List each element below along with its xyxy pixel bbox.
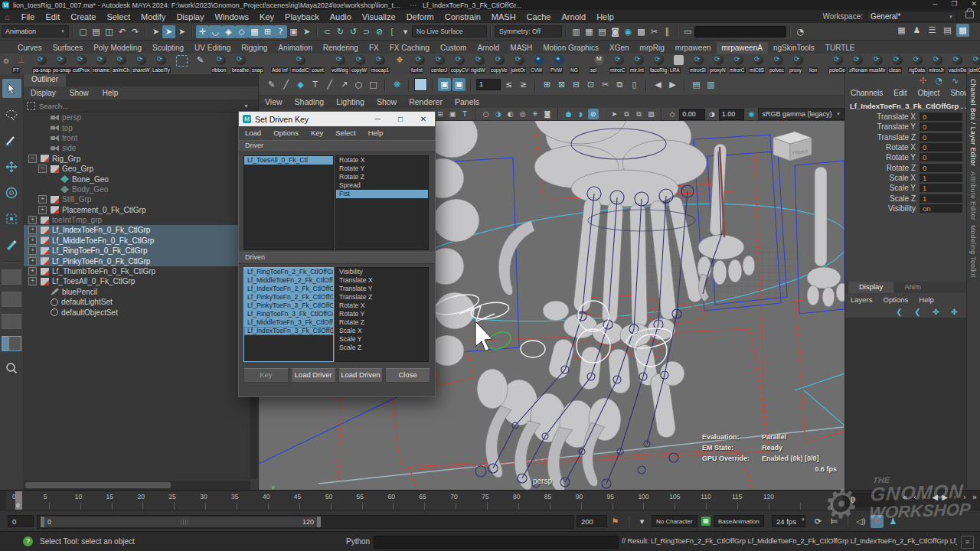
tab-channel-box-layer-editor[interactable]: Channel Box / Layer Editor xyxy=(969,79,977,167)
shelf-item[interactable] xyxy=(172,54,191,74)
driven-attr-scale-x[interactable]: Scale X xyxy=(336,327,428,335)
gp-prev-frame-icon[interactable]: ◀ xyxy=(652,78,665,91)
driven-object-lf-indextoefn-3-fk-ctloffgrp[interactable]: Lf_IndexToeFn_3_Fk_CtlOffGrp xyxy=(244,327,333,335)
menu-constrain[interactable]: Constrain xyxy=(439,12,486,21)
gamma-field[interactable]: 1.00 xyxy=(719,109,745,120)
vp-lock-camera-icon[interactable]: ▣ xyxy=(447,109,458,119)
channel-value-translate-y[interactable]: 0 xyxy=(920,122,962,131)
vp-film-gate-icon[interactable]: ◑ xyxy=(493,109,504,119)
shelf-item-furint[interactable]: furInt xyxy=(410,54,430,74)
shelf-item-sharew[interactable]: shareW xyxy=(132,54,152,74)
gp-arrow-icon[interactable]: ↗ xyxy=(338,78,351,91)
shelf-item-polvec[interactable]: polvec xyxy=(769,54,789,74)
command-language-label[interactable]: Python xyxy=(346,537,370,546)
clamp-icon[interactable]: ⊨ xyxy=(828,515,841,528)
shelf-item-modelc[interactable]: modelC xyxy=(291,54,311,74)
shelf-tab-mrpaween[interactable]: mrpaween xyxy=(670,42,717,54)
rename-icon[interactable]: ▭ xyxy=(681,25,694,38)
menu-options[interactable]: Options xyxy=(267,129,305,137)
restore-button[interactable]: ❐ xyxy=(951,0,957,8)
driver-attr-spread[interactable]: Spread xyxy=(336,181,428,190)
driver-attributes-list[interactable]: Rotate XRotate YRotate ZSpreadFist xyxy=(335,155,429,250)
shelf-item-zrenam[interactable]: zRenam xyxy=(848,54,868,74)
channel-value-scale-z[interactable]: 1 xyxy=(920,194,962,203)
menu-key[interactable]: Key xyxy=(305,129,329,137)
driven-attr-translate-z[interactable]: Translate Z xyxy=(336,293,428,302)
go-to-end-button[interactable]: » xyxy=(970,493,979,501)
character-set-select[interactable]: No Character Set xyxy=(652,515,697,527)
title-bar[interactable]: M lion_toesRig_001_007.ma* - Autodesk MA… xyxy=(0,0,980,10)
tab-attribute-editor[interactable]: Attribute Editor xyxy=(969,171,977,220)
driven-attr-rotate-x[interactable]: Rotate X xyxy=(336,302,428,310)
shelf-item-copycv[interactable]: copyCV xyxy=(450,54,470,74)
layout-four-pane-button[interactable] xyxy=(2,292,21,307)
move-layer-down-icon[interactable]: ❮ xyxy=(911,305,924,318)
grease-pencil-tool-button[interactable] xyxy=(2,235,21,254)
channel-value-translate-x[interactable]: 0 xyxy=(920,112,962,121)
gp-ghost-prev-icon[interactable]: ▣ xyxy=(438,78,451,91)
gp-color-swatch[interactable] xyxy=(414,78,427,91)
gp-next-frame-icon[interactable]: ▶ xyxy=(666,78,679,91)
script-editor-toggle-icon[interactable]: ≡ xyxy=(961,536,974,549)
outliner-item-front[interactable]: +front xyxy=(24,133,250,143)
shelf-item-proxyn[interactable]: proxyN xyxy=(709,54,729,74)
load-driver-button[interactable]: Load Driver xyxy=(291,368,336,383)
shelf-item-vacinde[interactable]: vacinDe xyxy=(948,54,968,74)
range-slider-bar[interactable]: 0 120 xyxy=(41,517,321,527)
shelf-item-count[interactable]: count xyxy=(311,54,331,74)
menu-playback[interactable]: Playback xyxy=(279,12,325,21)
vp-textured-icon[interactable]: ◗ xyxy=(576,109,586,119)
vp-xray-joints-icon[interactable]: ⧉ xyxy=(633,109,644,119)
outliner-item-body-geo[interactable]: +Body_Geo xyxy=(24,184,250,194)
shelf-item-copyw[interactable]: copyW xyxy=(351,54,371,74)
menu-mash[interactable]: MASH xyxy=(486,12,521,21)
shelf-tab-turtle[interactable]: TURTLE xyxy=(820,42,861,54)
workspace-select[interactable]: General*▼ xyxy=(867,11,957,22)
channel-value-translate-z[interactable]: 0 xyxy=(920,133,962,142)
shelf-item-sel[interactable]: sel xyxy=(590,54,609,74)
layout-single-pane-button[interactable] xyxy=(2,269,21,285)
menu-select[interactable]: Select xyxy=(329,129,361,137)
gp-pencil-icon[interactable]: ✎ xyxy=(265,78,278,91)
anim-layer-icon[interactable]: ▦ xyxy=(701,517,710,526)
shelf-tab-xgen[interactable]: XGen xyxy=(604,42,635,54)
shelf-item-rigdata[interactable]: rigData xyxy=(908,54,928,74)
shelf-item-mirorsl[interactable]: mirorSl xyxy=(689,54,709,74)
shelf-tab-rendering[interactable]: Rendering xyxy=(318,42,364,54)
zoom-tool-button[interactable] xyxy=(2,358,21,377)
move-tool-button[interactable] xyxy=(2,157,21,176)
outliner-item-lf-ringtoefn-0-fk-ctlgrp[interactable]: +Lf_RingToeFn_0_Fk_CtlGrp xyxy=(24,246,250,256)
menu-show[interactable]: Show xyxy=(63,89,96,97)
outliner-item-rig-grp[interactable]: −Rig_Grp xyxy=(24,154,250,164)
layer-from-selected-icon[interactable]: ✤ xyxy=(948,305,961,318)
redo-icon[interactable]: ↷ xyxy=(129,25,142,38)
shelf-item-rename[interactable]: rename xyxy=(92,54,112,74)
shelf-item-pa-snap[interactable]: pa-snap xyxy=(32,54,52,74)
menu-help[interactable]: Help xyxy=(96,89,126,97)
shelf-item-polege[interactable]: poleGe xyxy=(828,54,848,74)
menu-edit[interactable]: Edit xyxy=(888,89,912,97)
driver-object-lf-toesall-0-fk-ctl[interactable]: Lf_ToesAll_0_Fk_Ctl xyxy=(244,156,333,165)
shelf-item-snap[interactable]: snap xyxy=(251,54,271,74)
gp-brush-icon[interactable]: ╱ xyxy=(279,78,292,91)
outliner-item-toeinttmp-grp[interactable]: +toeIntTmp_grp xyxy=(24,215,250,225)
shelf-item-lra[interactable]: LRA xyxy=(669,54,689,74)
live-surface-bracket-icon[interactable]: [ xyxy=(386,25,399,38)
output-connections-icon[interactable]: ↺ xyxy=(347,25,360,38)
menu-visualize[interactable]: Visualize xyxy=(357,12,401,21)
set-key-bookmark-icon[interactable]: ⚑ xyxy=(609,515,622,528)
menu-channels[interactable]: Channels xyxy=(845,89,888,97)
input-operations-icon[interactable]: ⊃ xyxy=(360,25,373,38)
driven-attr-scale-z[interactable]: Scale Z xyxy=(336,344,428,352)
driver-attr-rotate-z[interactable]: Rotate Z xyxy=(336,173,428,181)
step-back-frame-button[interactable]: ‹ xyxy=(910,493,920,501)
vp-safe-action-icon[interactable]: ◙ xyxy=(542,109,553,119)
symmetry-field[interactable]: Symmetry: Off xyxy=(495,25,562,37)
gp-duplicate-frame-icon[interactable]: ⊡ xyxy=(584,78,597,91)
vp-exposure-icon[interactable]: ▨ xyxy=(645,109,656,119)
driven-attr-rotate-y[interactable]: Rotate Y xyxy=(336,310,428,318)
snap-help-icon[interactable]: ? xyxy=(274,25,287,38)
gp-settings-icon[interactable]: ❋ xyxy=(390,78,403,91)
menu-show[interactable]: Show xyxy=(371,97,403,106)
key-button[interactable]: Key xyxy=(243,368,289,383)
